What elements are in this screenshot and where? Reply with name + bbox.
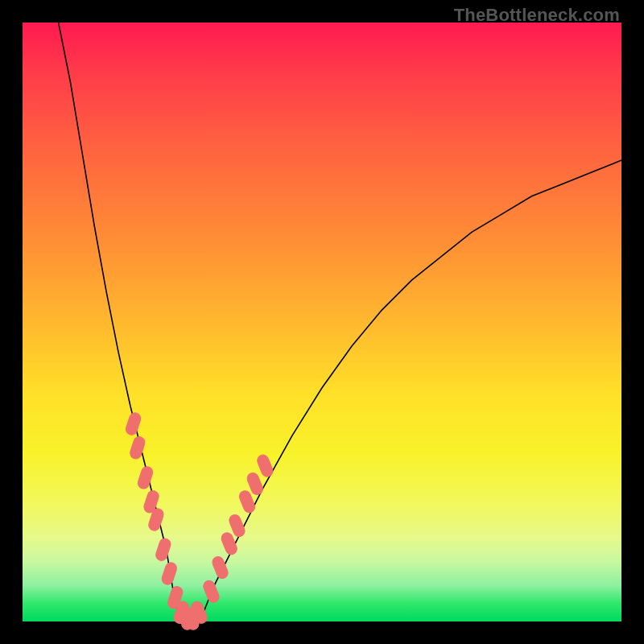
data-marker — [202, 579, 221, 604]
data-marker — [129, 436, 147, 460]
marker-group — [125, 411, 275, 630]
data-marker — [137, 465, 155, 490]
data-marker — [160, 561, 178, 586]
data-marker — [125, 411, 142, 436]
curve-svg — [23, 23, 621, 621]
data-marker — [155, 537, 172, 562]
bottleneck-curve — [59, 23, 621, 621]
chart-frame: TheBottleneck.com — [0, 0, 644, 644]
plot-area — [23, 23, 621, 621]
data-marker — [256, 453, 275, 478]
data-marker — [211, 555, 229, 580]
